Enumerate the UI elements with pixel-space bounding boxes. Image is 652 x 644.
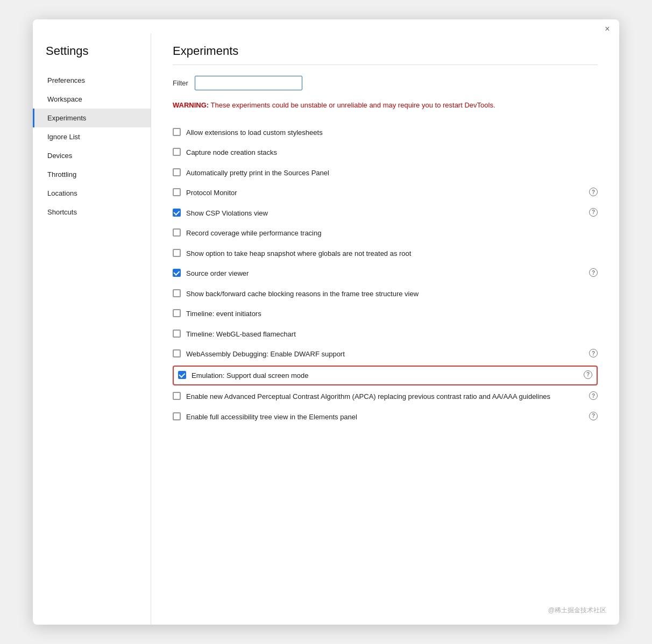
- label-wrap-pretty-print: Automatically pretty print in the Source…: [186, 168, 598, 178]
- label-wrap-record-coverage: Record coverage while performance tracin…: [186, 228, 598, 239]
- experiment-label-record-coverage: Record coverage while performance tracin…: [186, 228, 598, 239]
- layout: Settings PreferencesWorkspaceExperiments…: [33, 33, 619, 625]
- experiment-row-webassembly-dwarf: WebAssembly Debugging: Enable DWARF supp…: [173, 344, 598, 364]
- label-wrap-timeline-event: Timeline: event initiators: [186, 309, 598, 319]
- label-wrap-webassembly-dwarf: WebAssembly Debugging: Enable DWARF supp…: [186, 349, 598, 360]
- experiment-label-csp-violations: Show CSP Violations view: [186, 208, 586, 219]
- checkbox-wrap-accessibility-tree: [173, 412, 181, 420]
- experiment-label-dual-screen: Emulation: Support dual screen mode: [192, 370, 580, 381]
- help-icon-protocol-monitor[interactable]: ?: [589, 188, 598, 196]
- sidebar-item-workspace[interactable]: Workspace: [33, 90, 151, 109]
- sidebar-item-throttling[interactable]: Throttling: [33, 165, 151, 184]
- checkbox-wrap-pretty-print: [173, 168, 181, 176]
- label-wrap-accessibility-tree: Enable full accessibility tree view in t…: [186, 412, 598, 423]
- checkbox-timeline-webgl[interactable]: [173, 330, 181, 338]
- settings-window: × Settings PreferencesWorkspaceExperimen…: [33, 19, 619, 625]
- checkbox-protocol-monitor[interactable]: [173, 188, 181, 196]
- checkbox-csp-violations[interactable]: [173, 209, 181, 217]
- experiment-row-dual-screen: Emulation: Support dual screen mode?: [173, 366, 598, 386]
- experiment-label-back-forward-cache: Show back/forward cache blocking reasons…: [186, 289, 598, 299]
- warning-box: WARNING: These experiments could be unst…: [173, 100, 598, 111]
- experiment-row-capture-node: Capture node creation stacks: [173, 142, 598, 163]
- help-icon-source-order[interactable]: ?: [589, 268, 598, 277]
- experiment-row-record-coverage: Record coverage while performance tracin…: [173, 223, 598, 244]
- experiment-label-allow-extensions: Allow extensions to load custom styleshe…: [186, 127, 598, 138]
- checkbox-back-forward-cache[interactable]: [173, 289, 181, 297]
- experiment-label-webassembly-dwarf: WebAssembly Debugging: Enable DWARF supp…: [186, 349, 586, 360]
- checkbox-wrap-webassembly-dwarf: [173, 349, 181, 357]
- experiment-row-source-order: Source order viewer?: [173, 263, 598, 284]
- warning-text: These experiments could be unstable or u…: [209, 101, 495, 109]
- experiment-label-protocol-monitor: Protocol Monitor: [186, 188, 586, 198]
- divider: [173, 65, 598, 65]
- experiment-row-heap-snapshot: Show option to take heap snapshot where …: [173, 244, 598, 264]
- experiment-label-timeline-webgl: Timeline: WebGL-based flamechart: [186, 329, 598, 340]
- sidebar-nav: PreferencesWorkspaceExperimentsIgnore Li…: [33, 71, 151, 221]
- experiments-list: Allow extensions to load custom styleshe…: [173, 123, 598, 427]
- label-wrap-allow-extensions: Allow extensions to load custom styleshe…: [186, 127, 598, 138]
- checkbox-apca[interactable]: [173, 392, 181, 400]
- experiment-label-heap-snapshot: Show option to take heap snapshot where …: [186, 248, 598, 259]
- label-wrap-apca: Enable new Advanced Perceptual Contrast …: [186, 391, 598, 402]
- checkbox-webassembly-dwarf[interactable]: [173, 349, 181, 357]
- checkbox-wrap-allow-extensions: [173, 128, 181, 136]
- sidebar-item-shortcuts[interactable]: Shortcuts: [33, 203, 151, 221]
- label-wrap-dual-screen: Emulation: Support dual screen mode?: [192, 370, 592, 381]
- sidebar: Settings PreferencesWorkspaceExperiments…: [33, 33, 151, 625]
- help-icon-csp-violations[interactable]: ?: [589, 208, 598, 217]
- experiment-row-back-forward-cache: Show back/forward cache blocking reasons…: [173, 284, 598, 304]
- experiment-label-pretty-print: Automatically pretty print in the Source…: [186, 168, 598, 178]
- sidebar-item-ignore-list[interactable]: Ignore List: [33, 127, 151, 146]
- label-wrap-source-order: Source order viewer?: [186, 268, 598, 279]
- checkbox-pretty-print[interactable]: [173, 168, 181, 176]
- checkbox-allow-extensions[interactable]: [173, 128, 181, 136]
- checkbox-timeline-event[interactable]: [173, 309, 181, 317]
- sidebar-item-experiments[interactable]: Experiments: [33, 109, 151, 127]
- sidebar-item-preferences[interactable]: Preferences: [33, 71, 151, 90]
- settings-title: Settings: [33, 33, 151, 71]
- experiment-row-pretty-print: Automatically pretty print in the Source…: [173, 163, 598, 183]
- experiment-label-accessibility-tree: Enable full accessibility tree view in t…: [186, 412, 586, 423]
- checkbox-accessibility-tree[interactable]: [173, 412, 181, 420]
- experiment-row-apca: Enable new Advanced Perceptual Contrast …: [173, 387, 598, 407]
- checkbox-source-order[interactable]: [173, 269, 181, 277]
- filter-input[interactable]: [195, 76, 302, 90]
- checkbox-wrap-protocol-monitor: [173, 188, 181, 196]
- label-wrap-protocol-monitor: Protocol Monitor?: [186, 188, 598, 198]
- sidebar-item-devices[interactable]: Devices: [33, 146, 151, 165]
- checkbox-heap-snapshot[interactable]: [173, 249, 181, 257]
- experiment-row-protocol-monitor: Protocol Monitor?: [173, 183, 598, 203]
- checkbox-wrap-dual-screen: [178, 371, 186, 379]
- help-icon-dual-screen[interactable]: ?: [584, 370, 592, 379]
- warning-label: WARNING:: [173, 101, 209, 109]
- label-wrap-capture-node: Capture node creation stacks: [186, 147, 598, 158]
- checkbox-wrap-source-order: [173, 269, 181, 277]
- checkbox-wrap-capture-node: [173, 148, 181, 156]
- checkbox-capture-node[interactable]: [173, 148, 181, 156]
- sidebar-item-locations[interactable]: Locations: [33, 184, 151, 203]
- experiment-row-allow-extensions: Allow extensions to load custom styleshe…: [173, 123, 598, 143]
- label-wrap-timeline-webgl: Timeline: WebGL-based flamechart: [186, 329, 598, 340]
- checkbox-wrap-apca: [173, 392, 181, 400]
- help-icon-apca[interactable]: ?: [589, 391, 598, 400]
- filter-row: Filter: [173, 76, 598, 90]
- footer-note: @稀土掘金技术社区: [548, 606, 606, 615]
- label-wrap-csp-violations: Show CSP Violations view?: [186, 208, 598, 219]
- page-title: Experiments: [173, 44, 598, 58]
- experiment-row-csp-violations: Show CSP Violations view?: [173, 203, 598, 224]
- checkbox-wrap-back-forward-cache: [173, 289, 181, 297]
- checkbox-wrap-timeline-webgl: [173, 330, 181, 338]
- experiment-label-apca: Enable new Advanced Perceptual Contrast …: [186, 391, 586, 402]
- checkbox-wrap-timeline-event: [173, 309, 181, 317]
- experiment-label-capture-node: Capture node creation stacks: [186, 147, 598, 158]
- checkbox-dual-screen[interactable]: [178, 371, 186, 379]
- label-wrap-heap-snapshot: Show option to take heap snapshot where …: [186, 248, 598, 259]
- checkbox-wrap-csp-violations: [173, 209, 181, 217]
- help-icon-webassembly-dwarf[interactable]: ?: [589, 349, 598, 357]
- close-button[interactable]: ×: [603, 25, 612, 33]
- experiment-row-timeline-webgl: Timeline: WebGL-based flamechart: [173, 324, 598, 345]
- help-icon-accessibility-tree[interactable]: ?: [589, 412, 598, 420]
- main-content: Experiments Filter WARNING: These experi…: [151, 33, 619, 625]
- checkbox-wrap-record-coverage: [173, 228, 181, 237]
- checkbox-record-coverage[interactable]: [173, 228, 181, 237]
